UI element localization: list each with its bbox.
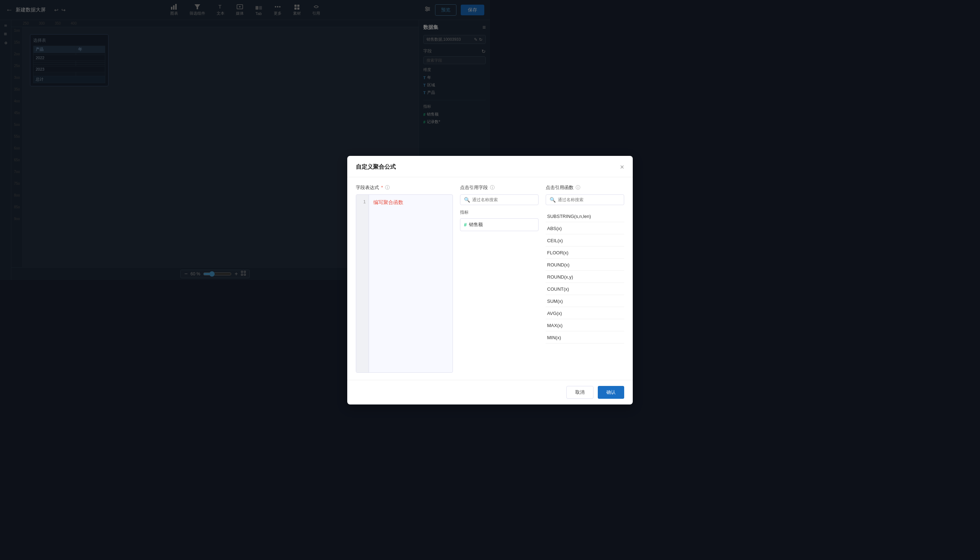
field-reference-section: 点击引用字段 ⓘ 🔍 指标 # 销售额	[460, 184, 490, 280]
expr-editor[interactable]: 1 编写聚合函数	[356, 194, 453, 280]
indicator-label: 指标	[460, 209, 490, 215]
field-search-icon: 🔍	[464, 197, 470, 203]
expr-section: 字段表达式 * ⓘ 1 编写聚合函数	[356, 184, 453, 280]
field-ref-label-text: 点击引用字段	[460, 184, 488, 191]
modal-overlay: 自定义聚合公式 × 字段表达式 * ⓘ 1 编写聚合函数	[0, 0, 490, 280]
modal-header: 自定义聚合公式 ×	[347, 156, 490, 177]
custom-formula-modal: 自定义聚合公式 × 字段表达式 * ⓘ 1 编写聚合函数	[347, 156, 490, 280]
field-search-input[interactable]	[472, 197, 490, 202]
expr-content: 编写聚合函数	[369, 195, 452, 280]
hash-icon-sales: #	[464, 222, 467, 228]
expr-label-text: 字段表达式	[356, 184, 379, 191]
expr-section-label: 字段表达式 * ⓘ	[356, 184, 453, 191]
required-star: *	[381, 185, 383, 190]
modal-title: 自定义聚合公式	[356, 163, 396, 171]
field-tag-sales[interactable]: # 销售额	[460, 218, 490, 231]
field-ref-label: 点击引用字段 ⓘ	[460, 184, 490, 191]
field-search-box: 🔍	[460, 194, 490, 205]
line-numbers: 1	[356, 195, 369, 280]
field-tag-label-sales: 销售额	[469, 222, 483, 228]
expr-info-icon[interactable]: ⓘ	[385, 184, 390, 191]
expr-placeholder: 编写聚合函数	[373, 199, 403, 205]
line-number-1: 1	[359, 199, 366, 204]
modal-body: 字段表达式 * ⓘ 1 编写聚合函数 点击引用字段 ⓘ	[347, 177, 490, 280]
